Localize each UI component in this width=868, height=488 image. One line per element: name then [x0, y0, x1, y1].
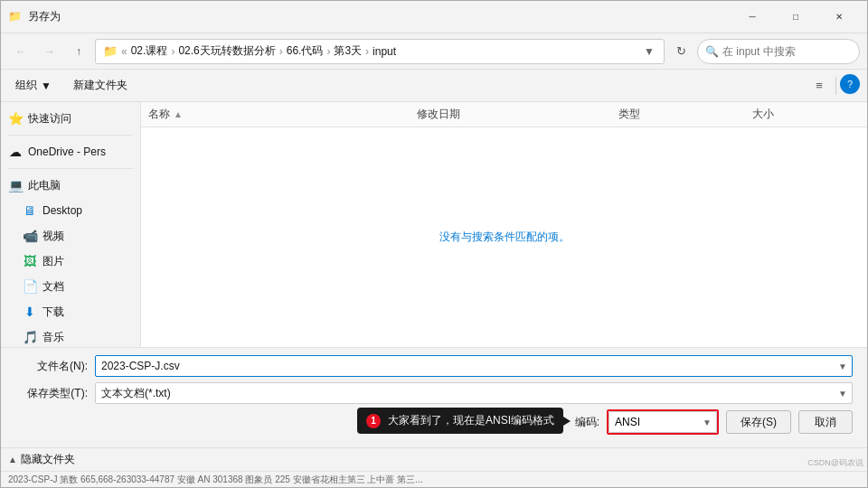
filename-input-wrapper: ▼ [95, 355, 853, 377]
col-name-label: 名称 [148, 107, 170, 122]
tooltip-text: 大家看到了，现在是ANSI编码格式 [388, 413, 554, 428]
path-part-2: 02.6天玩转数据分析 [178, 43, 275, 59]
view-menu-button[interactable]: ≡ [807, 74, 832, 98]
empty-message: 没有与搜索条件匹配的项。 [439, 230, 570, 245]
filename-input[interactable] [95, 355, 853, 377]
quick-access-label: 快速访问 [28, 111, 133, 127]
address-path: « 02.课程 › 02.6天玩转数据分析 › 66.代码 › 第3天 › in… [121, 43, 638, 59]
downloads-icon: ⬇ [23, 305, 37, 319]
sort-arrow-icon: ▲ [174, 109, 183, 119]
status-bar: 2023-CSP-J 第数 665,668-263033-44787 安徽 AN… [1, 471, 867, 487]
col-size-label: 大小 [752, 108, 774, 120]
sidebar-divider-1 [8, 135, 133, 136]
pictures-icon: 🖼 [23, 254, 37, 268]
filename-row: 文件名(N): ▼ [15, 355, 853, 377]
documents-label: 文档 [42, 279, 133, 295]
desktop-icon: 🖥 [23, 203, 37, 218]
sidebar-item-desktop[interactable]: 🖥 Desktop [1, 198, 140, 223]
organize-label: 组织 [15, 78, 37, 93]
col-header-type[interactable]: 类型 [618, 107, 752, 122]
encoding-select-wrapper: ANSIUTF-8UTF-8 BOMUTF-16 LEUTF-16 BE ▼ [607, 409, 719, 435]
forward-button[interactable]: → [37, 39, 62, 64]
filetype-label: 保存类型(T): [15, 386, 88, 401]
filename-label: 文件名(N): [15, 359, 88, 374]
sidebar-item-onedrive[interactable]: ☁ OneDrive - Pers [1, 139, 140, 164]
minimize-button[interactable]: ─ [731, 4, 773, 31]
file-list-body: 没有与搜索条件匹配的项。 [141, 127, 867, 347]
back-button[interactable]: ← [8, 39, 33, 64]
pc-icon: 💻 [8, 178, 23, 192]
sidebar-item-quick-access[interactable]: ⭐ 快速访问 [1, 106, 140, 131]
sidebar-item-this-pc[interactable]: 💻 此电脑 [1, 173, 140, 198]
save-button[interactable]: 保存(S) [726, 410, 791, 434]
path-part-4: 第3天 [334, 43, 362, 59]
main-area: ⭐ 快速访问 ☁ OneDrive - Pers 💻 此电脑 🖥 Desktop… [1, 102, 867, 347]
tooltip-arrow [563, 417, 571, 426]
new-folder-button[interactable]: 新建文件夹 [66, 74, 135, 98]
this-pc-label: 此电脑 [28, 178, 133, 193]
toolbar-separator [835, 77, 836, 95]
onedrive-label: OneDrive - Pers [28, 145, 133, 158]
col-header-date[interactable]: 修改日期 [417, 107, 618, 122]
downloads-label: 下载 [42, 305, 133, 320]
sidebar-item-pictures[interactable]: 🖼 图片 [1, 249, 140, 274]
col-type-label: 类型 [618, 108, 640, 120]
filetype-select[interactable]: 文本文档(*.txt) [95, 382, 853, 404]
documents-icon: 📄 [23, 279, 37, 294]
col-header-name[interactable]: 名称 ▲ [148, 107, 417, 122]
cancel-button[interactable]: 取消 [798, 410, 853, 434]
sidebar-item-music[interactable]: 🎵 音乐 [1, 324, 140, 347]
folder-icon: 📁 [103, 44, 118, 58]
address-box: 📁 « 02.课程 › 02.6天玩转数据分析 › 66.代码 › 第3天 › … [95, 39, 665, 64]
hidden-files-label: 隐藏文件夹 [21, 452, 75, 467]
status-text: 2023-CSP-J 第数 665,668-263033-44787 安徽 AN… [8, 474, 423, 486]
new-folder-label: 新建文件夹 [73, 78, 127, 93]
refresh-button[interactable]: ↻ [668, 39, 693, 64]
video-label: 视频 [42, 229, 133, 244]
tooltip-badge: 1 [366, 414, 381, 428]
sidebar-divider-2 [8, 168, 133, 169]
title-text: 另存为 [28, 9, 731, 24]
col-header-size[interactable]: 大小 [752, 107, 860, 122]
encoding-select[interactable]: ANSIUTF-8UTF-8 BOMUTF-16 LEUTF-16 BE [609, 411, 717, 433]
search-input[interactable] [722, 45, 852, 58]
close-button[interactable]: ✕ [818, 4, 860, 31]
organize-button[interactable]: 组织 ▼ [8, 74, 59, 98]
sidebar-item-video[interactable]: 📹 视频 [1, 223, 140, 249]
up-button[interactable]: ↑ [66, 39, 91, 64]
encoding-label: 编码: [575, 415, 599, 430]
desktop-label: Desktop [42, 204, 133, 217]
title-bar: 📁 另存为 ─ □ ✕ [1, 1, 867, 33]
title-icon: 📁 [8, 10, 23, 24]
search-box: 🔍 [697, 39, 860, 64]
encoding-tooltip: 1 大家看到了，现在是ANSI编码格式 [357, 408, 563, 434]
hidden-files-row: ▲ 隐藏文件夹 [1, 447, 867, 471]
search-icon: 🔍 [705, 45, 719, 58]
watermark: CSDN@码农说 [807, 457, 863, 469]
help-button[interactable]: ? [840, 74, 860, 94]
onedrive-icon: ☁ [8, 145, 23, 159]
bottom-area: 文件名(N): ▼ 保存类型(T): 文本文档(*.txt) ▼ 1 大家看到了… [1, 347, 867, 447]
maximize-button[interactable]: □ [775, 4, 816, 31]
music-icon: 🎵 [23, 330, 37, 344]
file-list: 名称 ▲ 修改日期 类型 大小 没有与搜索条件匹配的项。 [141, 102, 867, 347]
col-date-label: 修改日期 [417, 108, 460, 120]
address-dropdown-arrow[interactable]: ▼ [642, 45, 656, 58]
sidebar-item-downloads[interactable]: ⬇ 下载 [1, 299, 140, 324]
title-controls: ─ □ ✕ [731, 4, 860, 31]
filetype-row: 保存类型(T): 文本文档(*.txt) ▼ [15, 382, 853, 404]
pictures-label: 图片 [42, 254, 133, 269]
star-icon: ⭐ [8, 111, 23, 126]
video-icon: 📹 [23, 229, 37, 243]
organize-dropdown-icon: ▼ [41, 80, 52, 92]
toolbar: 组织 ▼ 新建文件夹 ≡ ? [1, 70, 867, 102]
path-part-3: 66.代码 [287, 43, 324, 59]
toolbar-right: ≡ ? [807, 74, 860, 98]
encoding-row: 1 大家看到了，现在是ANSI编码格式 → 编码: ANSIUTF-8UTF-8… [15, 409, 853, 435]
path-part-5: input [373, 45, 396, 58]
file-list-header: 名称 ▲ 修改日期 类型 大小 [141, 102, 867, 127]
sidebar: ⭐ 快速访问 ☁ OneDrive - Pers 💻 此电脑 🖥 Desktop… [1, 102, 141, 347]
sidebar-item-documents[interactable]: 📄 文档 [1, 274, 140, 299]
path-part-1: 02.课程 [131, 43, 168, 59]
filetype-select-wrapper: 文本文档(*.txt) ▼ [95, 382, 853, 404]
